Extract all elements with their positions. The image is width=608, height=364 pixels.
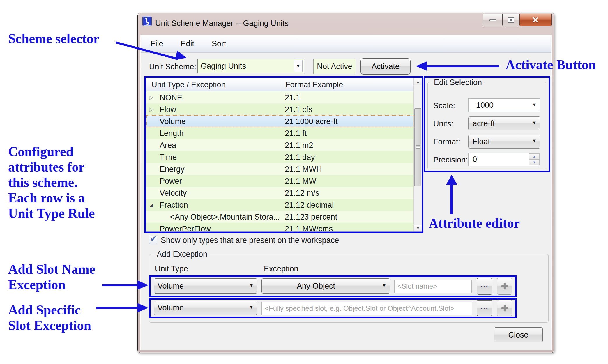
spin-down-icon[interactable]: ▼ bbox=[529, 159, 540, 165]
annotation-add-slot-name: Add Slot Name Exception bbox=[8, 261, 95, 292]
table-header: Unit Type / Exception Format Example bbox=[146, 78, 422, 91]
exception-object-value: Any Object bbox=[297, 282, 335, 291]
row-example: 21.1 day bbox=[280, 151, 413, 163]
row-name: Volume bbox=[146, 115, 280, 127]
annotation-attribute-editor: Attribute editor bbox=[429, 215, 520, 231]
ellipsis-icon: ... bbox=[480, 302, 489, 311]
unit-scheme-value: Gaging Units bbox=[201, 62, 246, 71]
annotation-arrow-add-specific bbox=[96, 307, 139, 309]
row-name: Length bbox=[146, 127, 280, 139]
add-exception-button-row2[interactable]: ✚ bbox=[497, 300, 512, 316]
format-value: Float bbox=[473, 137, 490, 146]
table-row-flow[interactable]: ▷ Flow 21.1 cfs bbox=[146, 103, 413, 115]
table-row-powerperflow-clipped[interactable]: PowerPerFlow 21.1 MW/cms bbox=[146, 223, 413, 232]
units-label: Units: bbox=[433, 119, 453, 128]
annotation-line: Each row is a bbox=[8, 190, 95, 206]
exception-column-label: Exception bbox=[264, 264, 298, 273]
table-row-velocity[interactable]: Velocity 21.12 m/s bbox=[146, 187, 413, 199]
show-only-types-checkbox[interactable]: ✔ bbox=[149, 236, 157, 244]
exception-object-dropdown[interactable]: Any Object ▼ bbox=[261, 278, 390, 294]
annotation-arrow-add-slot bbox=[102, 284, 139, 286]
table-body: ▷ NONE 21.1 ▷ Flow 21.1 cfs Volume 21 10… bbox=[146, 91, 413, 232]
chevron-down-icon: ▼ bbox=[249, 305, 254, 310]
precision-spinbox[interactable]: 0 ▲ ▼ bbox=[468, 153, 540, 166]
annotation-add-specific-slot: Add Specific Slot Exception bbox=[8, 302, 91, 333]
table-row-any-object-exception[interactable]: <Any Object>.Mountain Stora... 21.123 pe… bbox=[146, 211, 413, 223]
table-row-length[interactable]: Length 21.1 ft bbox=[146, 127, 413, 139]
menu-edit[interactable]: Edit bbox=[178, 38, 197, 50]
row-example: 21.12 decimal bbox=[280, 199, 413, 211]
table-row-volume-selected[interactable]: Volume 21 1000 acre-ft bbox=[146, 115, 413, 127]
row-example: 21.1 ft bbox=[280, 127, 413, 139]
row-name: NONE bbox=[146, 91, 280, 103]
menu-file[interactable]: File bbox=[148, 38, 166, 50]
vertical-scrollbar[interactable]: ▲ ▼ bbox=[413, 78, 422, 232]
scroll-up-icon[interactable]: ▲ bbox=[414, 78, 422, 85]
title-bar[interactable]: Unit Scheme Manager -- Gaging Units ✕ bbox=[138, 13, 554, 35]
close-window-button[interactable]: ✕ bbox=[519, 14, 552, 26]
table-row-energy[interactable]: Energy 21.1 MWH bbox=[146, 163, 413, 175]
plus-icon: ✚ bbox=[501, 303, 508, 313]
activate-button[interactable]: Activate bbox=[360, 58, 411, 75]
annotation-arrow-activate bbox=[426, 65, 499, 67]
check-icon: ✔ bbox=[150, 234, 157, 243]
menu-bar: File Edit Sort bbox=[141, 35, 551, 53]
chevron-down-icon[interactable]: ▼ bbox=[294, 60, 303, 72]
unit-type-dropdown-row1[interactable]: Volume ▼ bbox=[154, 278, 257, 294]
spin-up-icon[interactable]: ▲ bbox=[529, 153, 540, 159]
units-value: acre-ft bbox=[473, 119, 495, 128]
table-row-time[interactable]: Time 21.1 day bbox=[146, 151, 413, 163]
browse-slot-button-row2[interactable]: ... bbox=[477, 300, 492, 316]
column-header-format-example[interactable]: Format Example bbox=[280, 78, 343, 91]
scale-dropdown[interactable]: 1000 ▼ bbox=[468, 98, 540, 112]
minimize-icon bbox=[489, 19, 496, 21]
window-title: Unit Scheme Manager -- Gaging Units bbox=[155, 19, 289, 28]
row-example: 21.1 m2 bbox=[280, 139, 413, 151]
menu-sort[interactable]: Sort bbox=[209, 38, 229, 50]
format-dropdown[interactable]: Float ▼ bbox=[468, 135, 540, 149]
unit-type-value-row1: Volume bbox=[158, 282, 184, 291]
row-name: Flow bbox=[146, 103, 280, 115]
table-row-none[interactable]: ▷ NONE 21.1 bbox=[146, 91, 413, 103]
unit-scheme-dropdown[interactable]: Gaging Units ▼ bbox=[197, 59, 304, 73]
minimize-button[interactable] bbox=[483, 14, 503, 26]
annotation-configured-attributes: Configured attributes for this scheme. E… bbox=[8, 144, 95, 221]
scrollbar-thumb[interactable] bbox=[414, 108, 421, 186]
row-name: Area bbox=[146, 139, 280, 151]
arrowhead-icon bbox=[416, 61, 427, 71]
restore-button[interactable] bbox=[503, 14, 519, 26]
table-row-area[interactable]: Area 21.1 m2 bbox=[146, 139, 413, 151]
expand-collapsed-icon[interactable]: ▷ bbox=[149, 106, 157, 113]
plus-icon: ✚ bbox=[501, 281, 508, 291]
add-exception-title: Add Exception bbox=[154, 250, 210, 259]
row-name: Fraction bbox=[146, 199, 280, 211]
scroll-down-icon[interactable]: ▼ bbox=[414, 225, 422, 232]
row-name: Power bbox=[146, 175, 280, 187]
edit-selection-title: Edit Selection bbox=[432, 78, 484, 87]
units-dropdown[interactable]: acre-ft ▼ bbox=[468, 116, 540, 130]
unit-type-dropdown-row2[interactable]: Volume ▼ bbox=[154, 301, 257, 315]
expand-expanded-icon[interactable]: ◢ bbox=[149, 202, 157, 208]
column-header-unit-type[interactable]: Unit Type / Exception bbox=[146, 78, 280, 91]
table-row-fraction[interactable]: ◢ Fraction 21.12 decimal bbox=[146, 199, 413, 211]
row-example: 21 1000 acre-ft bbox=[280, 115, 413, 127]
row-name: <Any Object>.Mountain Stora... bbox=[146, 211, 280, 223]
browse-slot-button-row1[interactable]: ... bbox=[477, 278, 492, 295]
arrowhead-icon bbox=[137, 280, 149, 290]
scale-value: 1000 bbox=[476, 101, 494, 110]
table-row-power[interactable]: Power 21.1 MW bbox=[146, 175, 413, 187]
chevron-down-icon: ▼ bbox=[532, 138, 537, 144]
expand-collapsed-icon[interactable]: ▷ bbox=[149, 94, 157, 101]
row-name: Velocity bbox=[146, 187, 280, 199]
slot-name-input[interactable] bbox=[394, 280, 472, 293]
precision-label: Precision: bbox=[433, 156, 468, 165]
ellipsis-icon: ... bbox=[480, 280, 489, 289]
row-name: Energy bbox=[146, 163, 280, 175]
close-dialog-button[interactable]: Close bbox=[494, 327, 543, 342]
restore-icon bbox=[508, 17, 514, 23]
show-only-types-label: Show only types that are present on the … bbox=[161, 236, 339, 245]
add-exception-button-row1[interactable]: ✚ bbox=[497, 278, 512, 295]
format-label: Format: bbox=[433, 137, 460, 146]
annotation-line: Add Slot Name bbox=[8, 261, 95, 277]
fully-specified-slot-input[interactable] bbox=[261, 302, 472, 315]
